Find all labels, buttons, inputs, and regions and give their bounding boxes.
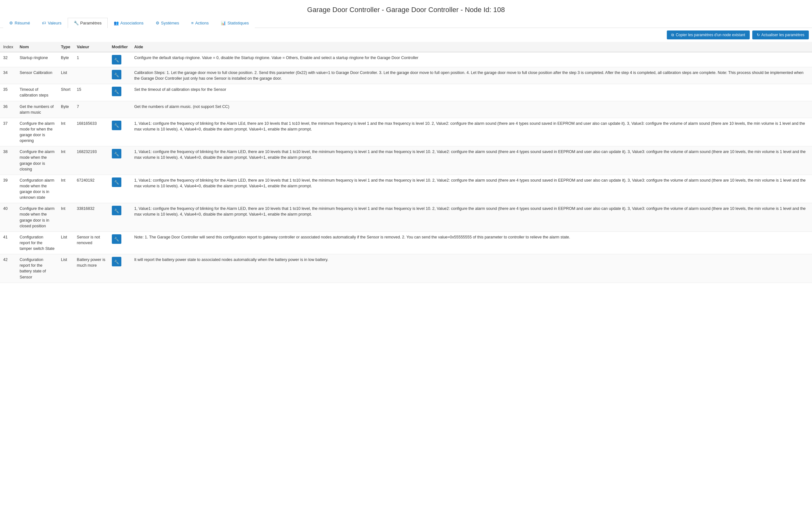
cell-valeur: 168232193 (74, 146, 109, 175)
cell-type: Short (58, 84, 74, 101)
refresh-icon: ↻ (757, 33, 760, 37)
cell-modifier (109, 254, 131, 283)
col-index: Index (0, 42, 17, 52)
col-aide: Aide (131, 42, 812, 52)
parametres-icon: 🔧 (74, 21, 79, 25)
table-row: 32Startup ringtoneByte1Configure the def… (0, 52, 812, 67)
wrench-icon (114, 57, 119, 63)
update-params-button[interactable]: ↻ Actualiser les paramètres (752, 30, 809, 39)
cell-nom: Configure the alarm mode when the garage… (17, 146, 58, 175)
wrench-button[interactable] (112, 87, 122, 96)
cell-valeur: 15 (74, 84, 109, 101)
cell-aide: 1, Value1: configure the frequency of bl… (131, 175, 812, 203)
params-table: Index Nom Type Valeur Modifier Aide 32St… (0, 42, 812, 283)
tab-actions[interactable]: ≡ Actions (185, 18, 215, 28)
cell-modifier (109, 175, 131, 203)
cell-nom: Configuration report for the tamper swit… (17, 231, 58, 254)
wrench-icon (114, 179, 119, 185)
table-row: 42Configuration report for the battery s… (0, 254, 812, 283)
cell-index: 35 (0, 84, 17, 101)
wrench-button[interactable] (112, 257, 122, 266)
page-title: Garage Door Controller - Garage Door Con… (0, 0, 812, 18)
cell-index: 40 (0, 203, 17, 232)
cell-valeur: 7 (74, 101, 109, 118)
col-valeur: Valeur (74, 42, 109, 52)
wrench-icon (114, 89, 119, 94)
cell-valeur: Battery power is much more (74, 254, 109, 283)
cell-valeur: Sensor is not removed (74, 231, 109, 254)
cell-nom: Configuration alarm mode when the garage… (17, 175, 58, 203)
wrench-button[interactable] (112, 234, 122, 244)
cell-modifier (109, 101, 131, 118)
cell-nom: Get the numbers of alarm music (17, 101, 58, 118)
wrench-icon (114, 151, 119, 157)
cell-nom: Configure the alarm mode when the garage… (17, 203, 58, 232)
table-row: 39Configuration alarm mode when the gara… (0, 175, 812, 203)
wrench-button[interactable] (112, 121, 122, 130)
cell-index: 36 (0, 101, 17, 118)
statistiques-icon: 📊 (221, 21, 226, 25)
wrench-icon (114, 122, 119, 128)
col-nom: Nom (17, 42, 58, 52)
cell-aide: Set the timeout of all calibration steps… (131, 84, 812, 101)
wrench-icon (114, 72, 119, 77)
cell-modifier (109, 203, 131, 232)
wrench-button[interactable] (112, 149, 122, 158)
resume-icon: ⚙ (9, 21, 13, 25)
cell-modifier (109, 84, 131, 101)
valeurs-icon: 🏷 (42, 21, 46, 25)
tab-bar: ⚙ Résumé 🏷 Valeurs 🔧 Paramètres 👥 Associ… (0, 18, 812, 28)
cell-index: 37 (0, 118, 17, 146)
cell-nom: Startup ringtone (17, 52, 58, 67)
cell-type: List (58, 254, 74, 283)
cell-aide: Calibration Steps: 1. Let the garage doo… (131, 67, 812, 84)
cell-valeur: 67240192 (74, 175, 109, 203)
wrench-button[interactable] (112, 70, 122, 80)
toolbar: ⧉ Copier les paramètres d'un node exista… (0, 28, 812, 42)
col-type: Type (58, 42, 74, 52)
actions-icon: ≡ (191, 21, 194, 25)
table-row: 34Sensor CalibrationListCalibration Step… (0, 67, 812, 84)
cell-aide: It will report the battery power state t… (131, 254, 812, 283)
table-row: 40Configure the alarm mode when the gara… (0, 203, 812, 232)
tab-valeurs[interactable]: 🏷 Valeurs (36, 18, 67, 28)
cell-modifier (109, 231, 131, 254)
systemes-icon: ⚙ (156, 21, 159, 25)
tab-associations[interactable]: 👥 Associations (108, 18, 150, 28)
wrench-button[interactable] (112, 206, 122, 215)
tab-resume[interactable]: ⚙ Résumé (3, 18, 36, 28)
cell-modifier (109, 118, 131, 146)
cell-nom: Configuration report for the battery sta… (17, 254, 58, 283)
cell-type: List (58, 231, 74, 254)
cell-index: 38 (0, 146, 17, 175)
cell-type: Int (58, 146, 74, 175)
cell-type: Int (58, 203, 74, 232)
copy-params-button[interactable]: ⧉ Copier les paramètres d'un node exista… (667, 30, 749, 39)
tab-statistiques[interactable]: 📊 Statistiques (215, 18, 255, 28)
wrench-icon (114, 236, 119, 242)
tab-systemes[interactable]: ⚙ Systèmes (150, 18, 185, 28)
cell-type: Byte (58, 52, 74, 67)
cell-index: 32 (0, 52, 17, 67)
wrench-button[interactable] (112, 178, 122, 187)
table-row: 37Configure the alarm mode for when the … (0, 118, 812, 146)
cell-valeur: 33816832 (74, 203, 109, 232)
cell-valeur: 1 (74, 52, 109, 67)
cell-aide: Configure the default startup ringtone. … (131, 52, 812, 67)
cell-index: 39 (0, 175, 17, 203)
associations-icon: 👥 (114, 21, 119, 25)
col-modifier: Modifier (109, 42, 131, 52)
table-row: 41Configuration report for the tamper sw… (0, 231, 812, 254)
table-row: 36Get the numbers of alarm musicByte7Get… (0, 101, 812, 118)
cell-modifier (109, 146, 131, 175)
wrench-icon (114, 208, 119, 213)
cell-nom: Configure the alarm mode for when the ga… (17, 118, 58, 146)
tab-parametres[interactable]: 🔧 Paramètres (68, 18, 108, 28)
cell-type: Byte (58, 101, 74, 118)
cell-nom: Timeout of calibration steps (17, 84, 58, 101)
cell-modifier (109, 67, 131, 84)
cell-aide: 1, Value1: configure the frequency of bl… (131, 118, 812, 146)
cell-aide: 1, Value1: configure the frequency of bl… (131, 146, 812, 175)
cell-valeur (74, 67, 109, 84)
wrench-button[interactable] (112, 55, 122, 65)
